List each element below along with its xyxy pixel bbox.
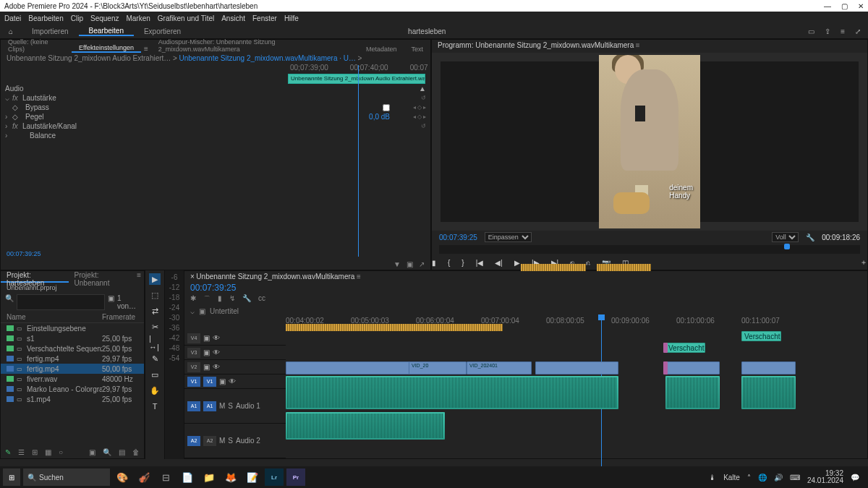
expand-icon[interactable]: ⌵	[5, 94, 12, 102]
new-item-icon[interactable]: ▤	[119, 448, 125, 456]
taskbar-search[interactable]: 🔍Suchen	[23, 468, 110, 486]
panel-menu-icon[interactable]: ≡	[134, 271, 144, 283]
close-icon[interactable]: ✕	[858, 2, 864, 10]
expand-icon[interactable]: ›	[5, 113, 12, 121]
folder-icon[interactable]: 📁	[200, 468, 218, 486]
pencil-icon[interactable]: ✎	[5, 448, 11, 456]
tab-source[interactable]: Quelle: (keine Clips)	[1, 38, 72, 53]
weather-text[interactable]: Kalte	[723, 474, 740, 481]
track-a2-source[interactable]: A2	[187, 436, 200, 446]
zoom-slider[interactable]: ○	[59, 448, 63, 456]
menu-clip[interactable]: Clip	[71, 14, 83, 22]
audio-clip[interactable]	[665, 376, 720, 409]
notifications-icon[interactable]: 💬	[851, 474, 859, 481]
quick-export-icon[interactable]: ▭	[808, 27, 814, 35]
clock[interactable]: 19:3224.01.2024	[807, 470, 843, 484]
loop-icon[interactable]: ▲	[419, 85, 426, 93]
project-item[interactable]: ▭fertig.mp429,97 fps	[1, 354, 144, 364]
mute-icon[interactable]: M	[219, 437, 225, 445]
tab-text[interactable]: Text	[404, 46, 430, 53]
ws-export[interactable]: Exportieren	[134, 27, 191, 35]
in-point-icon[interactable]: {	[448, 259, 450, 267]
marker-icon[interactable]: ▮	[218, 294, 222, 304]
new-item-468[interactable]: 🔍	[103, 448, 111, 456]
project-item[interactable]: ▭Einstellungsebene	[1, 323, 144, 333]
close-seq-icon[interactable]: ×	[190, 273, 195, 281]
overview-waveform[interactable]	[597, 264, 651, 271]
program-left-timecode[interactable]: 00:07:39:25	[439, 234, 477, 241]
param-level[interactable]: Pegel	[18, 113, 369, 121]
eye-icon[interactable]: 👁	[213, 348, 220, 356]
keyframe-icon[interactable]: ◇	[12, 103, 18, 111]
notepad-icon[interactable]: 📝	[243, 468, 262, 486]
track-select-tool[interactable]: ⬚	[149, 289, 161, 301]
settings-icon[interactable]: ↯	[229, 294, 235, 304]
home-icon[interactable]: ⌂	[0, 27, 22, 35]
track-a1-source[interactable]: A1	[187, 401, 200, 411]
menu-file[interactable]: Datei	[4, 14, 21, 22]
solo-icon[interactable]: S	[228, 437, 233, 445]
toggle-output-icon[interactable]: ▣	[203, 334, 210, 342]
effect-playhead[interactable]	[358, 65, 359, 257]
reset-icon[interactable]: ↺	[390, 123, 426, 129]
effect-volume[interactable]: Lautstärke	[22, 94, 390, 102]
project-item[interactable]: ▭Marko Leano - Colorgraded29,97 fps	[1, 384, 144, 394]
nested-clip[interactable]: Verschachtelte Sequen	[741, 331, 781, 341]
track-v3-target[interactable]: V3	[187, 348, 200, 358]
toggle-output-icon[interactable]: ▣	[219, 377, 226, 385]
network-icon[interactable]: 🌐	[758, 474, 767, 481]
volume-icon[interactable]: 🔊	[774, 474, 783, 481]
target-sequence-link[interactable]: Unbenannte Sitzung 2_mixdown.wavMultikam…	[179, 54, 357, 62]
panel-menu-icon[interactable]: ≡	[141, 45, 151, 53]
language-icon[interactable]: ⌨	[790, 474, 800, 481]
effect-clip-bar[interactable]: Unbenannte Sitzung 2_mixdown Audio Extra…	[288, 74, 425, 84]
menu-view[interactable]: Ansicht	[221, 14, 245, 22]
tab-metadata[interactable]: Metadaten	[359, 46, 404, 53]
video-clip[interactable]: VID_202401	[467, 361, 532, 374]
menu-help[interactable]: Hilfe	[284, 14, 299, 22]
workspace-menu-icon[interactable]: ≡	[841, 27, 845, 35]
task-view-icon[interactable]: ⊟	[156, 468, 175, 486]
hand-tool[interactable]: ✋	[149, 385, 161, 396]
expand-icon[interactable]: ›	[5, 132, 12, 140]
timeline-timecode[interactable]: 00:07:39:25	[184, 283, 242, 293]
video-clip[interactable]: VID_20	[409, 361, 467, 374]
lightroom-icon[interactable]: Lr	[265, 468, 284, 486]
track-v1-target[interactable]: V1	[203, 377, 216, 387]
tab-audio-mixer[interactable]: Audiospur-Mischer: Unbenannte Sitzung 2_…	[151, 38, 359, 53]
menu-edit[interactable]: Bearbeiten	[28, 14, 63, 22]
share-icon[interactable]: ⇪	[825, 27, 830, 35]
video-clip[interactable]	[535, 361, 618, 374]
snap-icon[interactable]: ✱	[190, 294, 196, 304]
ws-import[interactable]: Importieren	[22, 27, 79, 35]
overview-waveform[interactable]	[521, 264, 586, 271]
project-item[interactable]: ▭fiverr.wav48000 Hz	[1, 374, 144, 384]
linked-selection-icon[interactable]: ⌒	[203, 294, 210, 304]
taskbar-app-2[interactable]: 🎻	[135, 468, 153, 486]
project-tab-2[interactable]: Projekt: Unbenannt	[69, 271, 135, 283]
start-button[interactable]: ⊞	[3, 468, 20, 486]
effect-channel-volume[interactable]: Lautstärke/Kanal	[22, 122, 390, 130]
add-marker-icon[interactable]: ▮	[432, 259, 436, 267]
new-bin-icon[interactable]: ▣	[89, 448, 95, 456]
weather-icon[interactable]: 🌡	[709, 474, 716, 481]
audio-clip[interactable]	[286, 412, 445, 440]
premiere-icon[interactable]: Pr	[286, 468, 305, 486]
panel-menu-icon[interactable]: ≡	[636, 41, 640, 49]
project-tab-1[interactable]: Projekt: hartesleben	[1, 271, 69, 283]
video-clip[interactable]	[741, 361, 796, 374]
rectangle-tool[interactable]: ▭	[149, 369, 161, 380]
maximize-icon[interactable]: ▢	[841, 2, 848, 10]
scrubber-marker[interactable]	[784, 244, 790, 249]
mute-icon[interactable]: M	[219, 402, 225, 410]
effect-timecode[interactable]: 00:07:39:25	[1, 249, 430, 259]
track-v1-source[interactable]: V1	[187, 377, 200, 387]
solo-icon[interactable]: S	[228, 402, 233, 410]
go-in-icon[interactable]: |◀	[476, 259, 484, 267]
trash-icon[interactable]: 🗑	[132, 448, 140, 456]
pen-tool[interactable]: ✎	[149, 353, 161, 364]
track-a2-target[interactable]: A2	[203, 436, 216, 446]
toggle-output-icon[interactable]: ▣	[203, 348, 210, 356]
audio-clip[interactable]	[286, 376, 618, 409]
param-bypass[interactable]: Bypass	[18, 103, 383, 111]
